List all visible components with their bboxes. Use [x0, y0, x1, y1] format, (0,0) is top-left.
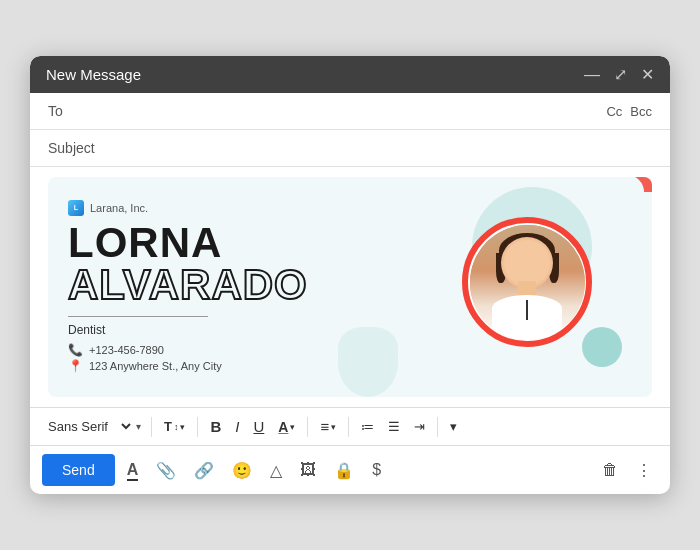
contact-first-name: LORNA: [68, 222, 308, 264]
minimize-button[interactable]: —: [584, 67, 600, 83]
font-size-button[interactable]: T ↕ ▾: [158, 415, 191, 438]
profile-photo-ring: [462, 217, 592, 347]
underline-button[interactable]: U: [247, 414, 270, 439]
bcc-button[interactable]: Bcc: [630, 104, 652, 119]
indent-button[interactable]: ⇥: [408, 415, 431, 438]
company-logo: L: [68, 200, 84, 216]
photo-icon: 🖼: [300, 461, 316, 478]
chevron-down-icon: ▾: [136, 421, 141, 432]
contact-role: Dentist: [68, 323, 308, 337]
phone-number: +123-456-7890: [89, 344, 164, 356]
align-chevron-icon: ▾: [331, 422, 336, 432]
more-icon: ⋮: [636, 462, 652, 479]
insert-link-button[interactable]: 🔗: [188, 455, 220, 486]
more-format-button[interactable]: ▾: [444, 415, 463, 438]
lock-button[interactable]: 🔒: [328, 455, 360, 486]
deco-circle-small: [582, 327, 622, 367]
emoji-button[interactable]: 🙂: [226, 455, 258, 486]
link-icon: 🔗: [194, 462, 214, 479]
name-divider: [68, 316, 208, 317]
bottom-action-row: Send A 📎 🔗 🙂 △ 🖼 🔒 $ 🗑 ⋮: [30, 446, 670, 494]
subject-label: Subject: [48, 140, 98, 156]
italic-button[interactable]: I: [229, 414, 245, 439]
close-button[interactable]: ✕: [641, 67, 654, 83]
window-title: New Message: [46, 66, 141, 83]
paperclip-icon: 📎: [156, 462, 176, 479]
delete-button[interactable]: 🗑: [596, 455, 624, 485]
bold-icon: B: [210, 418, 221, 435]
toolbar-sep-2: [197, 417, 198, 437]
text-format-button[interactable]: A: [121, 455, 145, 485]
send-button[interactable]: Send: [42, 454, 115, 486]
company-name: Larana, Inc.: [90, 202, 148, 214]
subject-field-row: Subject: [30, 130, 670, 167]
more-options-button[interactable]: ⋮: [630, 455, 658, 486]
email-body[interactable]: L Larana, Inc. LORNA ALVARADO Dentist 📞 …: [30, 167, 670, 407]
subject-input[interactable]: [98, 140, 652, 156]
bold-button[interactable]: B: [204, 414, 227, 439]
italic-icon: I: [235, 418, 239, 435]
address-detail: 📍 123 Anywhere St., Any City: [68, 359, 308, 373]
person-lanyard: [526, 300, 528, 320]
toolbar-sep-3: [307, 417, 308, 437]
to-input[interactable]: [98, 103, 606, 119]
underline-icon: U: [253, 418, 264, 435]
dollar-button[interactable]: $: [366, 455, 387, 485]
font-color-icon: A: [278, 419, 288, 435]
font-family-select[interactable]: Sans Serif Serif Monospace: [42, 414, 134, 439]
trash-icon: 🗑: [602, 461, 618, 478]
contact-last-name: ALVARADO: [68, 264, 308, 306]
cc-bcc-group: Cc Bcc: [606, 104, 652, 119]
indent-icon: ⇥: [414, 419, 425, 434]
profile-photo: [470, 225, 585, 340]
email-compose-window: New Message — ⤢ ✕ To Cc Bcc Subject L La…: [30, 56, 670, 494]
signature-card: L Larana, Inc. LORNA ALVARADO Dentist 📞 …: [48, 177, 652, 397]
lock-icon: 🔒: [334, 462, 354, 479]
card-left: L Larana, Inc. LORNA ALVARADO Dentist 📞 …: [48, 177, 328, 397]
emoji-icon: 🙂: [232, 462, 252, 479]
address-text: 123 Anywhere St., Any City: [89, 360, 222, 372]
numbered-list-icon: ≔: [361, 419, 374, 434]
font-size-chevron-icon: ▾: [180, 422, 185, 432]
align-icon: ≡: [320, 418, 329, 435]
align-button[interactable]: ≡ ▾: [314, 414, 342, 439]
drive-button[interactable]: △: [264, 455, 288, 486]
text-format-icon: A: [127, 461, 139, 481]
text-size-icon: T: [164, 419, 172, 434]
deco-arc: [592, 177, 652, 227]
drive-icon: △: [270, 462, 282, 479]
to-label: To: [48, 103, 98, 119]
numbered-list-button[interactable]: ≔: [355, 415, 380, 438]
bullet-list-button[interactable]: ☰: [382, 415, 406, 438]
toolbar-sep-4: [348, 417, 349, 437]
card-right: [328, 177, 652, 397]
font-color-chevron-icon: ▾: [290, 422, 295, 432]
deco-tooth: [338, 327, 398, 397]
dollar-icon: $: [372, 461, 381, 478]
cc-button[interactable]: Cc: [606, 104, 622, 119]
toolbar-sep-1: [151, 417, 152, 437]
phone-icon: 📞: [68, 343, 83, 357]
maximize-button[interactable]: ⤢: [614, 67, 627, 83]
text-size-arrow-icon: ↕: [174, 422, 179, 432]
formatting-toolbar: Sans Serif Serif Monospace ▾ T ↕ ▾ B I U…: [30, 407, 670, 446]
title-bar: New Message — ⤢ ✕: [30, 56, 670, 93]
location-icon: 📍: [68, 359, 83, 373]
toolbar-sep-5: [437, 417, 438, 437]
attach-file-button[interactable]: 📎: [150, 455, 182, 486]
font-color-button[interactable]: A ▾: [272, 415, 301, 439]
company-row: L Larana, Inc.: [68, 200, 308, 216]
window-controls: — ⤢ ✕: [584, 67, 654, 83]
more-format-icon: ▾: [450, 419, 457, 434]
to-field-row: To Cc Bcc: [30, 93, 670, 130]
insert-photo-button[interactable]: 🖼: [294, 455, 322, 485]
person-figure: [470, 225, 585, 340]
phone-detail: 📞 +123-456-7890: [68, 343, 308, 357]
bullet-list-icon: ☰: [388, 419, 400, 434]
